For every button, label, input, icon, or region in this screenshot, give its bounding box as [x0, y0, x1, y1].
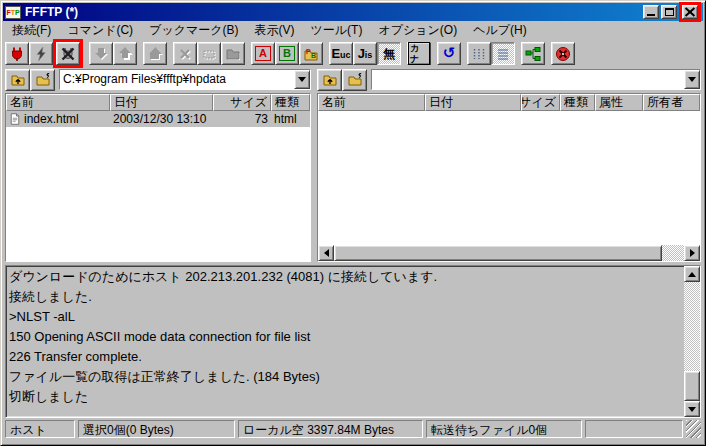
folder-up-icon	[10, 72, 26, 88]
status-transfer-queue: 転送待ちファイル0個	[426, 420, 582, 438]
vertical-scroll-track[interactable]	[684, 282, 700, 371]
binary-mode-button[interactable]: B	[275, 42, 299, 65]
no-convert-button[interactable]: 無	[377, 42, 401, 65]
binary-mode-label: B	[279, 46, 295, 61]
remote-path-combobox[interactable]	[371, 69, 701, 90]
quickconnect-button[interactable]	[29, 42, 53, 65]
remote-header-size[interactable]: サイズ	[521, 94, 560, 111]
remote-updir-button[interactable]	[317, 69, 342, 91]
menu-item-connect[interactable]: 接続(F)	[4, 20, 59, 41]
remote-path-group	[317, 69, 701, 91]
connect-button[interactable]	[5, 42, 29, 65]
mirror-icon	[525, 46, 541, 62]
local-list-body[interactable]	[6, 127, 310, 261]
remote-list-header: 名前 日付 サイズ 種類 属性 所有者	[318, 94, 700, 111]
remote-header-name[interactable]: 名前	[318, 94, 425, 111]
local-path-dropdown-button[interactable]	[294, 70, 310, 89]
resize-grip[interactable]	[686, 420, 701, 438]
triangle-left-icon	[320, 249, 329, 257]
local-path-combobox[interactable]: C:¥Program Files¥ffftp¥hpdata	[59, 69, 311, 90]
log-line: 150 Opening ASCII mode data connection f…	[9, 327, 681, 347]
detail-view-icon	[495, 46, 511, 62]
ascii-mode-label: A	[255, 46, 271, 61]
jis-code-button[interactable]: Jis	[353, 42, 377, 65]
annotation-close-highlight	[679, 2, 701, 22]
remote-header-kind[interactable]: 種類	[560, 94, 595, 111]
local-header-kind[interactable]: 種類	[271, 94, 310, 111]
minimize-icon	[647, 14, 655, 16]
remote-header-attr[interactable]: 属性	[595, 94, 643, 111]
list-view-button[interactable]	[467, 42, 491, 65]
remote-path-dropdown-button[interactable]	[684, 70, 700, 89]
app-icon: FTP	[5, 6, 21, 19]
no-convert-label: 無	[383, 48, 395, 60]
remote-file-list: 名前 日付 サイズ 種類 属性 所有者	[317, 93, 701, 262]
remote-path-value	[372, 70, 684, 89]
file-date-cell: 2003/12/30 13:10	[110, 112, 213, 126]
menu-item-tool[interactable]: ツール(T)	[303, 20, 371, 41]
remote-header-date[interactable]: 日付	[425, 94, 521, 111]
local-file-row-index-html[interactable]: index.html 2003/12/30 13:10 73 html	[6, 111, 310, 127]
log-vertical-scrollbar	[684, 266, 700, 417]
remote-chdir-button[interactable]	[342, 69, 367, 91]
minimize-button[interactable]	[643, 5, 659, 19]
menu-item-view[interactable]: 表示(V)	[247, 20, 303, 41]
auto-mode-icon: PB	[303, 46, 319, 62]
refresh-icon: ↺	[443, 46, 456, 61]
disconnect-button[interactable]	[56, 42, 80, 65]
menu-item-option[interactable]: オプション(O)	[370, 20, 465, 41]
local-header-date[interactable]: 日付	[110, 94, 213, 111]
menubar: 接続(F) コマンド(C) ブックマーク(B) 表示(V) ツール(T) オプシ…	[3, 21, 703, 40]
local-chdir-button[interactable]	[30, 69, 55, 91]
titlebar[interactable]: FTP FFFTP (*)	[3, 3, 703, 21]
folder-icon	[225, 46, 241, 62]
menu-item-command[interactable]: コマンド(C)	[59, 20, 141, 41]
status-extra	[585, 420, 683, 438]
refresh-button[interactable]: ↺	[437, 42, 461, 65]
remote-header-owner[interactable]: 所有者	[643, 94, 700, 111]
close-button[interactable]	[682, 5, 698, 19]
status-selected: 選択0個(0 Bytes)	[78, 420, 235, 438]
detail-view-button[interactable]	[491, 42, 515, 65]
scroll-left-button[interactable]	[318, 245, 334, 261]
euc-label: Euc	[331, 47, 350, 60]
annotation-disconnect-highlight	[53, 39, 83, 68]
download-button[interactable]	[89, 42, 113, 65]
local-updir-button[interactable]	[5, 69, 30, 91]
auto-mode-button[interactable]: PB	[299, 42, 323, 65]
kana-convert-button[interactable]: カナ	[407, 42, 431, 65]
triangle-right-icon	[690, 249, 699, 257]
local-path-value: C:¥Program Files¥ffftp¥hpdata	[60, 70, 294, 89]
maximize-button[interactable]	[661, 5, 677, 19]
scroll-down-button[interactable]	[684, 401, 700, 417]
upload-button[interactable]	[113, 42, 137, 65]
log-line: 接続しました.	[9, 287, 681, 307]
menu-item-bookmark[interactable]: ブックマーク(B)	[141, 20, 246, 41]
euc-code-button[interactable]: Euc	[329, 42, 353, 65]
horizontal-scroll-thumb[interactable]	[334, 245, 662, 261]
status-bar: ホスト 選択0個(0 Bytes) ローカル空 3397.84M Bytes 転…	[3, 418, 703, 439]
log-line: 226 Transfer complete.	[9, 347, 681, 367]
file-size-cell: 73	[213, 112, 271, 126]
html-file-icon	[9, 112, 21, 126]
plug-icon	[9, 46, 25, 62]
ascii-mode-button[interactable]: A	[251, 42, 275, 65]
path-row: C:¥Program Files¥ffftp¥hpdata	[3, 67, 703, 92]
vertical-scroll-thumb[interactable]	[684, 371, 700, 401]
scroll-up-button[interactable]	[684, 266, 700, 282]
upload-all-button[interactable]	[143, 42, 167, 65]
triangle-down-icon	[688, 407, 696, 416]
menu-item-help[interactable]: ヘルプ(H)	[465, 20, 535, 41]
horizontal-scroll-track[interactable]	[662, 245, 684, 261]
mkdir-button[interactable]	[221, 42, 245, 65]
rename-button[interactable]	[197, 42, 221, 65]
scroll-right-button[interactable]	[684, 245, 700, 261]
local-header-size[interactable]: サイズ	[213, 94, 271, 111]
mirror-upload-button[interactable]	[521, 42, 545, 65]
file-name: index.html	[24, 112, 79, 126]
rename-icon	[201, 46, 217, 62]
abort-button[interactable]	[551, 42, 575, 65]
remote-list-body[interactable]	[318, 111, 700, 245]
local-header-name[interactable]: 名前	[6, 94, 110, 111]
delete-button[interactable]	[173, 42, 197, 65]
